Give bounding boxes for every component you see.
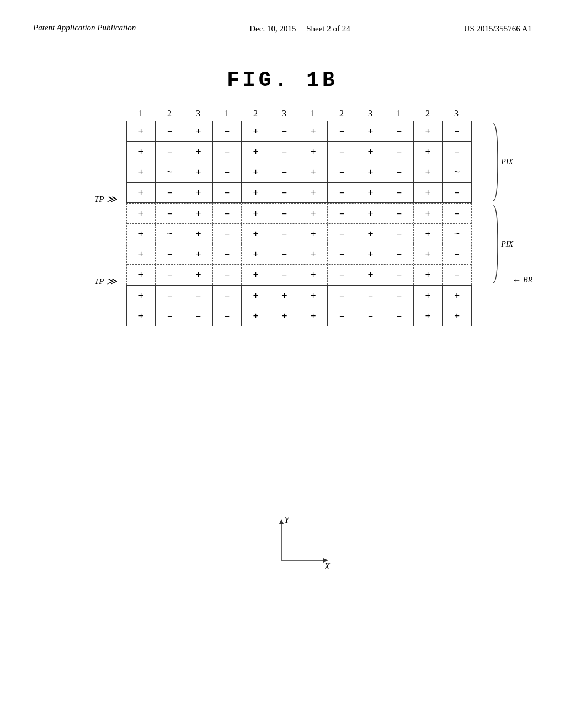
grid-cell: – bbox=[213, 244, 242, 264]
grid-cell: – bbox=[443, 183, 471, 202]
grid-cell: – bbox=[270, 142, 299, 162]
y-arrow-icon bbox=[279, 519, 284, 524]
grid-cell: + bbox=[356, 121, 385, 141]
diagram-area: 123123123123 +–+–+–+–+–+–+–+–+–+–+–+–+~+… bbox=[0, 109, 565, 326]
grid-cell: + bbox=[356, 204, 385, 223]
grid-cell: – bbox=[443, 121, 471, 141]
grid-cell: – bbox=[213, 142, 242, 162]
grid-cell: – bbox=[156, 121, 184, 141]
grid-cell: – bbox=[270, 224, 299, 244]
grid-cell: – bbox=[385, 265, 414, 285]
grid-cell: – bbox=[156, 142, 184, 162]
grid-cell: ~ bbox=[443, 162, 471, 182]
grid-cell: + bbox=[270, 306, 299, 326]
grid-cell: – bbox=[443, 142, 471, 162]
grid-cell: + bbox=[414, 224, 443, 244]
grid-cell: + bbox=[299, 142, 328, 162]
grid-cell: + bbox=[242, 162, 270, 182]
grid-cell: – bbox=[156, 183, 184, 202]
grid-right-wrapper: 123123123123 +–+–+–+–+–+–+–+–+–+–+–+–+~+… bbox=[126, 109, 472, 326]
pix1-label: PIX bbox=[492, 121, 513, 203]
grid-cell: + bbox=[242, 265, 270, 285]
grid-cell: + bbox=[184, 224, 213, 244]
grid-cell: – bbox=[213, 121, 242, 141]
header-sheet: Sheet 2 of 24 bbox=[306, 24, 350, 33]
col-header-cell: 2 bbox=[155, 109, 184, 121]
grid-cell: + bbox=[127, 286, 156, 306]
grid-cell: + bbox=[242, 244, 270, 264]
grid-cell: + bbox=[127, 244, 156, 264]
pix1-brace-icon bbox=[492, 122, 499, 202]
grid-cell: – bbox=[443, 265, 471, 285]
grid-cell: + bbox=[127, 121, 156, 141]
grid-cell: + bbox=[299, 162, 328, 182]
grid-cell: – bbox=[356, 286, 385, 306]
grid-cell: + bbox=[127, 306, 156, 326]
grid-cell: – bbox=[156, 204, 184, 223]
grid-cell: – bbox=[328, 142, 356, 162]
grid-cell: + bbox=[299, 306, 328, 326]
grid-cell: – bbox=[385, 204, 414, 223]
grid-cell: – bbox=[385, 121, 414, 141]
col-header-cell: 1 bbox=[126, 109, 155, 121]
diagram-wrapper: 123123123123 +–+–+–+–+–+–+–+–+–+–+–+–+~+… bbox=[93, 109, 472, 326]
grid-cell: – bbox=[328, 244, 356, 264]
grid-cell: – bbox=[213, 162, 242, 182]
grid-cell: – bbox=[184, 306, 213, 326]
grid-cell: + bbox=[299, 265, 328, 285]
grid-cell: + bbox=[299, 204, 328, 223]
col-header-cell: 2 bbox=[241, 109, 270, 121]
header-date: Dec. 10, 2015 bbox=[249, 24, 296, 33]
table-row: +–+–+–+–+–+– bbox=[127, 142, 471, 162]
grid-cell: – bbox=[270, 121, 299, 141]
x-axis-label: X bbox=[324, 561, 331, 571]
grid-cell: + bbox=[414, 244, 443, 264]
grid-cell: – bbox=[213, 306, 242, 326]
grid-cell: – bbox=[443, 204, 471, 223]
grid-cell: – bbox=[385, 286, 414, 306]
grid-cell: + bbox=[299, 183, 328, 202]
grid-cell: – bbox=[328, 265, 356, 285]
grid-cell: – bbox=[213, 204, 242, 223]
figure-title: FIG. 1B bbox=[0, 68, 565, 92]
grid-cell: – bbox=[270, 244, 299, 264]
grid-cell: – bbox=[156, 244, 184, 264]
table-row: +–+–+–+–+–+– bbox=[127, 265, 471, 285]
tp1-text: TP bbox=[94, 195, 104, 204]
grid-cell: + bbox=[356, 183, 385, 202]
table-row: +–+–+–+–+–+– bbox=[127, 121, 471, 142]
grid-section-3: +–––+++–––+++–––+++–––++ bbox=[126, 285, 472, 326]
col-header-row: 123123123123 bbox=[126, 109, 472, 121]
grid-cell: + bbox=[414, 183, 443, 202]
y-axis-label: Y bbox=[284, 516, 290, 524]
grid-cell: + bbox=[414, 204, 443, 223]
section3-wrapper: +–––+++–––+++–––+++–––++ bbox=[126, 285, 472, 326]
grid-cell: – bbox=[328, 286, 356, 306]
grid-cell: – bbox=[184, 286, 213, 306]
grid-cell: – bbox=[385, 142, 414, 162]
col-header-cell: 3 bbox=[184, 109, 212, 121]
grid-cell: – bbox=[328, 224, 356, 244]
grid-cell: + bbox=[414, 162, 443, 182]
grid-cell: ~ bbox=[156, 224, 184, 244]
br-text: BR bbox=[523, 276, 532, 285]
grid-cell: – bbox=[270, 204, 299, 223]
grid-cell: + bbox=[184, 265, 213, 285]
header-left: Patent Application Publication bbox=[33, 22, 136, 34]
grid-section-1: +–+–+–+–+–+–+–+–+–+–+–+–+~+–+–+–+–+~+–+–… bbox=[126, 121, 472, 203]
grid-cell: + bbox=[414, 265, 443, 285]
table-row: +~+–+–+–+–+~ bbox=[127, 224, 471, 244]
grid-cell: – bbox=[270, 162, 299, 182]
grid-cell: + bbox=[184, 204, 213, 223]
grid-cell: ~ bbox=[443, 224, 471, 244]
pix2-label: PIX bbox=[492, 203, 513, 285]
grid-cell: + bbox=[242, 204, 270, 223]
axes-area: Y X bbox=[265, 516, 331, 574]
grid-cell: + bbox=[242, 306, 270, 326]
grid-cell: + bbox=[356, 162, 385, 182]
grid-cell: – bbox=[270, 183, 299, 202]
grid-cell: + bbox=[356, 142, 385, 162]
col-header-cell: 3 bbox=[356, 109, 385, 121]
section1-wrapper: +–+–+–+–+–+–+–+–+–+–+–+–+~+–+–+–+–+~+–+–… bbox=[126, 121, 472, 203]
grid-cell: – bbox=[328, 306, 356, 326]
